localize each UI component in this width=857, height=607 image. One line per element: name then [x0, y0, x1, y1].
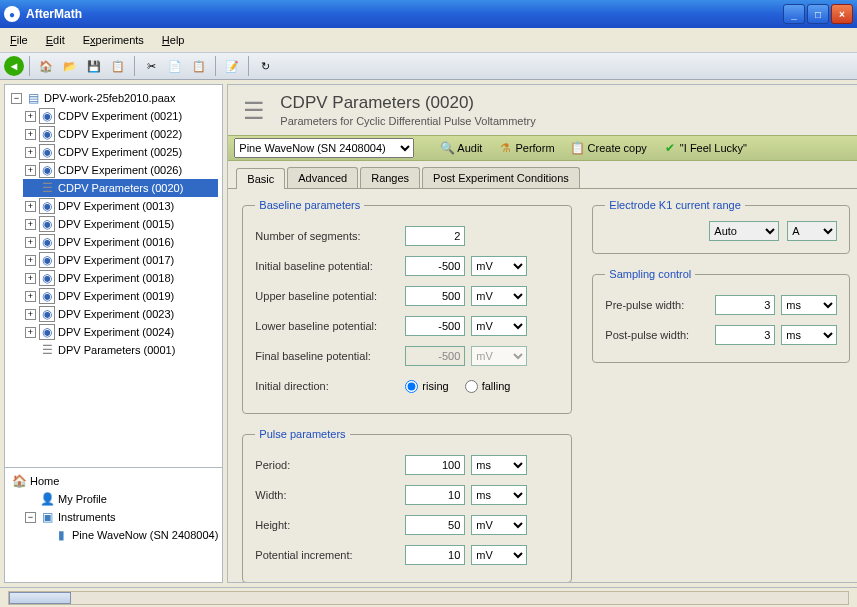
tree-item[interactable]: +◉DPV Experiment (0017) [23, 251, 218, 269]
upper-unit-select[interactable]: mV [471, 286, 527, 306]
save-as-button[interactable]: 📋 [107, 55, 129, 77]
horizontal-scrollbar[interactable] [8, 591, 849, 605]
tree-item[interactable]: +◉DPV Experiment (0016) [23, 233, 218, 251]
close-button[interactable]: × [831, 4, 853, 24]
falling-radio[interactable]: falling [465, 380, 511, 393]
audit-button[interactable]: 🔍Audit [436, 139, 486, 157]
home-button[interactable]: 🏠 [35, 55, 57, 77]
tab-advanced[interactable]: Advanced [287, 167, 358, 188]
init-input[interactable] [405, 256, 465, 276]
tree-item[interactable]: +◉DPV Experiment (0018) [23, 269, 218, 287]
tree-item[interactable]: ☰DPV Parameters (0001) [23, 341, 218, 359]
collapse-icon[interactable]: − [11, 93, 22, 104]
expand-icon[interactable]: + [25, 219, 36, 230]
device-node[interactable]: ▮Pine WaveNow (SN 2408004) [37, 526, 218, 544]
tab-post-experiment[interactable]: Post Experiment Conditions [422, 167, 580, 188]
expand-icon[interactable]: + [25, 273, 36, 284]
tree-item[interactable]: +◉DPV Experiment (0013) [23, 197, 218, 215]
init-unit-select[interactable]: mV [471, 256, 527, 276]
baseline-fieldset: Baseline parameters Number of segments: … [242, 199, 572, 414]
tab-basic[interactable]: Basic [236, 168, 285, 189]
expand-icon[interactable]: + [25, 111, 36, 122]
expand-icon[interactable]: + [25, 129, 36, 140]
expand-icon[interactable]: + [25, 237, 36, 248]
tree-item[interactable]: +◉DPV Experiment (0019) [23, 287, 218, 305]
width-input[interactable] [405, 485, 465, 505]
tree-item[interactable]: +◉DPV Experiment (0023) [23, 305, 218, 323]
direction-row: Initial direction: rising falling [255, 371, 559, 401]
lower-input[interactable] [405, 316, 465, 336]
post-unit-select[interactable]: ms [781, 325, 837, 345]
tree-item[interactable]: +◉CDPV Experiment (0025) [23, 143, 218, 161]
menu-help[interactable]: Help [162, 34, 185, 46]
back-button[interactable]: ◄ [4, 56, 24, 76]
maximize-button[interactable]: □ [807, 4, 829, 24]
incr-input[interactable] [405, 545, 465, 565]
menu-file[interactable]: File [10, 34, 28, 46]
params-icon: ☰ [39, 342, 55, 358]
tree-item[interactable]: +◉CDPV Experiment (0021) [23, 107, 218, 125]
experiment-icon: ◉ [39, 144, 55, 160]
period-unit-select[interactable]: ms [471, 455, 527, 475]
perform-button[interactable]: ⚗Perform [494, 139, 558, 157]
tree-item[interactable]: +◉DPV Experiment (0015) [23, 215, 218, 233]
incr-unit-select[interactable]: mV [471, 545, 527, 565]
minimize-button[interactable]: _ [783, 4, 805, 24]
menu-edit[interactable]: Edit [46, 34, 65, 46]
lower-label: Lower baseline potential: [255, 320, 405, 332]
k1-unit-select[interactable]: A [787, 221, 837, 241]
home-node[interactable]: 🏠Home [9, 472, 218, 490]
expand-icon[interactable]: + [25, 327, 36, 338]
tree-item-selected[interactable]: ☰CDPV Parameters (0020) [23, 179, 218, 197]
save-button[interactable]: 💾 [83, 55, 105, 77]
tool-button[interactable]: 📝 [221, 55, 243, 77]
menu-experiments[interactable]: Experiments [83, 34, 144, 46]
open-button[interactable]: 📂 [59, 55, 81, 77]
k1-mode-select[interactable]: Auto [709, 221, 779, 241]
tool-button-2[interactable]: ↻ [254, 55, 276, 77]
pre-input[interactable] [715, 295, 775, 315]
tree-item[interactable]: +◉CDPV Experiment (0022) [23, 125, 218, 143]
lucky-icon: ✔ [663, 141, 677, 155]
paste-button[interactable]: 📋 [188, 55, 210, 77]
separator [134, 56, 135, 76]
tree-item[interactable]: +◉CDPV Experiment (0026) [23, 161, 218, 179]
create-copy-button[interactable]: 📋Create copy [567, 139, 651, 157]
lucky-button[interactable]: ✔"I Feel Lucky" [659, 139, 751, 157]
device-select[interactable]: Pine WaveNow (SN 2408004) [234, 138, 414, 158]
expand-icon[interactable]: + [25, 165, 36, 176]
copy-icon: 📋 [571, 141, 585, 155]
tree-item[interactable]: +◉DPV Experiment (0024) [23, 323, 218, 341]
period-input[interactable] [405, 455, 465, 475]
main: − ▤ DPV-work-25feb2010.paax +◉CDPV Exper… [0, 80, 857, 587]
incr-row: Potential increment: mV [255, 540, 559, 570]
width-unit-select[interactable]: ms [471, 485, 527, 505]
tab-ranges[interactable]: Ranges [360, 167, 420, 188]
height-unit-select[interactable]: mV [471, 515, 527, 535]
expand-icon[interactable]: + [25, 309, 36, 320]
cut-button[interactable]: ✂ [140, 55, 162, 77]
page-title: CDPV Parameters (0020) [280, 93, 535, 113]
height-input[interactable] [405, 515, 465, 535]
expand-icon[interactable]: + [25, 291, 36, 302]
profile-node[interactable]: 👤My Profile [23, 490, 218, 508]
expand-icon[interactable]: + [25, 201, 36, 212]
tree-root[interactable]: − ▤ DPV-work-25feb2010.paax [9, 89, 218, 107]
upper-input[interactable] [405, 286, 465, 306]
post-input[interactable] [715, 325, 775, 345]
home-tree[interactable]: 🏠Home 👤My Profile −▣Instruments ▮Pine Wa… [5, 467, 222, 582]
period-label: Period: [255, 459, 405, 471]
rising-radio[interactable]: rising [405, 380, 448, 393]
experiment-icon: ◉ [39, 306, 55, 322]
upper-row: Upper baseline potential: mV [255, 281, 559, 311]
collapse-icon[interactable]: − [25, 512, 36, 523]
expand-icon[interactable]: + [25, 147, 36, 158]
expand-icon[interactable]: + [25, 255, 36, 266]
pre-unit-select[interactable]: ms [781, 295, 837, 315]
nseg-input[interactable] [405, 226, 465, 246]
action-bar: Pine WaveNow (SN 2408004) 🔍Audit ⚗Perfor… [228, 135, 857, 161]
experiment-tree[interactable]: − ▤ DPV-work-25feb2010.paax +◉CDPV Exper… [5, 85, 222, 467]
lower-unit-select[interactable]: mV [471, 316, 527, 336]
instruments-node[interactable]: −▣Instruments [23, 508, 218, 526]
copy-button[interactable]: 📄 [164, 55, 186, 77]
